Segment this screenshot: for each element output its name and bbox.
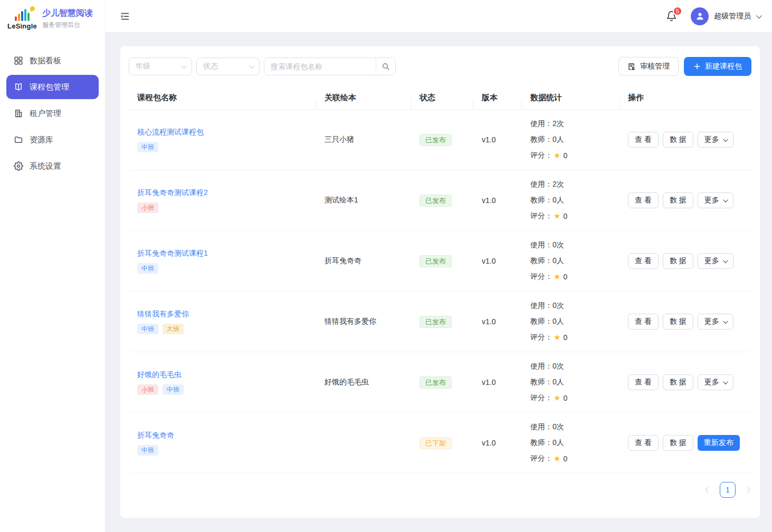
teacher-value: 0人 [552, 438, 564, 448]
tag-list: 中班 [137, 142, 316, 152]
chevron-down-icon [249, 63, 254, 69]
book-name: 测试绘本1 [325, 196, 358, 204]
sidebar-item-label: 课程包管理 [30, 82, 69, 92]
usage-value: 2次 [552, 180, 564, 189]
view-button[interactable]: 查 看 [628, 132, 659, 148]
review-management-button[interactable]: 审核管理 [618, 57, 679, 76]
sidebar-item-settings[interactable]: 系统设置 [6, 154, 99, 178]
course-package-link[interactable]: 好饿的毛毛虫 [137, 370, 182, 380]
grade-select[interactable]: 年级 [129, 57, 192, 75]
more-button[interactable]: 更多 [698, 374, 733, 390]
table-body: 核心流程测试课程包 中班 三只小猪 已发布 v1.0 使用：2次 教师：0人 评… [129, 110, 751, 473]
search-input[interactable] [264, 58, 376, 75]
rating-value: 0 [563, 333, 567, 342]
tag-list: 小班中班 [137, 384, 316, 395]
rating-value: 0 [563, 212, 567, 220]
more-button[interactable]: 更多 [698, 132, 733, 148]
more-button[interactable]: 更多 [698, 314, 733, 330]
star-icon: ★ [554, 333, 560, 342]
more-button[interactable]: 更多 [698, 253, 733, 269]
view-button[interactable]: 查 看 [628, 314, 659, 330]
view-button[interactable]: 查 看 [628, 435, 659, 451]
toolbar: 审核管理 新建课程包 [618, 57, 751, 76]
course-package-table: 课程包名称 关联绘本 状态 版本 数据统计 操作 核心流程测试课程包 中班 三只… [129, 86, 751, 473]
sidebar-item-label: 数据看板 [30, 56, 61, 66]
rating-label: 评分： [530, 454, 552, 463]
class-tag: 中班 [137, 324, 158, 334]
version: v1.0 [482, 136, 495, 144]
table-row: 折耳兔奇奇测试课程2 小班 测试绘本1 已发布 v1.0 使用：2次 教师：0人… [129, 170, 751, 231]
data-button[interactable]: 数 据 [663, 374, 693, 390]
usage-label: 使用： [530, 362, 552, 371]
teacher-label: 教师： [530, 378, 552, 387]
book-name: 折耳兔奇奇 [325, 256, 361, 265]
course-package-link[interactable]: 折耳兔奇奇 [137, 431, 174, 440]
sidebar-item-resources[interactable]: 资源库 [6, 128, 99, 152]
search-icon[interactable] [376, 58, 395, 75]
version: v1.0 [482, 439, 495, 447]
table-row: 好饿的毛毛虫 小班中班 好饿的毛毛虫 已发布 v1.0 使用：0次 教师：0人 … [129, 352, 751, 413]
sidebar-item-course-packages[interactable]: 课程包管理 [6, 75, 99, 99]
rating-value: 0 [563, 454, 567, 463]
column-header-actions: 操作 [619, 93, 751, 103]
class-tag: 大班 [163, 324, 184, 334]
rating-label: 评分： [530, 211, 552, 221]
course-package-link[interactable]: 核心流程测试课程包 [137, 128, 204, 137]
class-tag: 中班 [137, 263, 158, 274]
star-icon: ★ [554, 151, 560, 160]
data-button[interactable]: 数 据 [663, 253, 693, 269]
main-content: 年级 状态 审核管理 新建课程包 [106, 33, 772, 532]
top-header: 5 超级管理员 [106, 0, 772, 33]
usage-label: 使用： [530, 119, 552, 129]
course-package-link[interactable]: 折耳兔奇奇测试课程1 [137, 249, 208, 258]
teacher-value: 0人 [552, 135, 564, 144]
pagination: 1 [129, 473, 751, 498]
menu-fold-icon[interactable] [118, 9, 132, 23]
data-button[interactable]: 数 据 [663, 435, 693, 451]
usage-label: 使用： [530, 422, 552, 432]
course-package-link[interactable]: 折耳兔奇奇测试课程2 [137, 188, 208, 198]
data-button[interactable]: 数 据 [663, 132, 693, 148]
avatar[interactable] [691, 7, 709, 25]
page-number-current[interactable]: 1 [720, 482, 736, 498]
course-package-link[interactable]: 猜猜我有多爱你 [137, 309, 189, 319]
teacher-label: 教师： [530, 438, 552, 448]
star-icon: ★ [554, 454, 560, 463]
data-button[interactable]: 数 据 [663, 314, 693, 330]
data-button[interactable]: 数 据 [663, 192, 693, 208]
status-badge: 已发布 [420, 134, 452, 146]
view-button[interactable]: 查 看 [628, 192, 659, 208]
plus-icon [693, 63, 701, 70]
brand: LeSingle 少儿智慧阅读 服务管理后台 [0, 0, 105, 37]
sidebar-item-label: 资源库 [30, 135, 53, 145]
view-button[interactable]: 查 看 [628, 374, 659, 390]
filter-row: 年级 状态 审核管理 新建课程包 [129, 57, 751, 76]
rating-label: 评分： [530, 333, 552, 342]
column-header-status: 状态 [411, 93, 473, 103]
view-button[interactable]: 查 看 [628, 253, 659, 269]
gear-icon [14, 161, 23, 171]
class-tag: 中班 [137, 142, 158, 152]
chevron-down-icon[interactable] [756, 12, 762, 18]
sidebar-item-tenants[interactable]: 租户管理 [6, 101, 99, 125]
sidebar-nav: 数据看板 课程包管理 租户管理 资源库 系统设置 [0, 49, 105, 178]
building-icon [14, 109, 23, 118]
status-select[interactable]: 状态 [196, 57, 260, 75]
usage-label: 使用： [530, 240, 552, 250]
more-button[interactable]: 更多 [698, 192, 733, 208]
next-page-button[interactable] [745, 488, 749, 492]
status-badge: 已发布 [420, 255, 452, 267]
republish-button[interactable]: 重新发布 [698, 435, 740, 451]
user-name: 超级管理员 [714, 12, 751, 21]
sidebar-item-label: 租户管理 [30, 109, 61, 119]
star-icon: ★ [554, 272, 560, 282]
prev-page-button[interactable] [706, 488, 710, 492]
status-badge: 已发布 [420, 316, 452, 328]
teacher-label: 教师： [530, 135, 552, 144]
sidebar-item-dashboard[interactable]: 数据看板 [6, 49, 99, 73]
create-course-package-button[interactable]: 新建课程包 [684, 57, 751, 76]
rating-value: 0 [563, 151, 567, 160]
dashboard-icon [14, 56, 23, 65]
notification-bell-icon[interactable]: 5 [666, 11, 677, 22]
course-package-card: 年级 状态 审核管理 新建课程包 [120, 46, 760, 518]
